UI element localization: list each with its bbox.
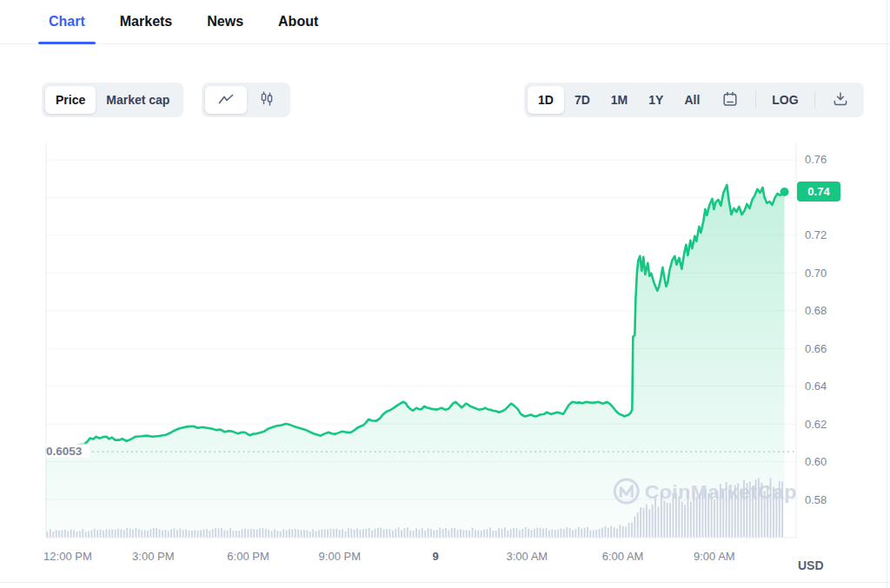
currency-label: USD bbox=[798, 558, 824, 572]
toolbar-divider bbox=[755, 91, 756, 109]
price-chart-plot[interactable]: CoinMarketCap bbox=[45, 142, 797, 538]
range-1y-button[interactable]: 1Y bbox=[638, 86, 674, 114]
y-axis-label: 0.76 bbox=[805, 153, 843, 167]
tab-markets[interactable]: Markets bbox=[110, 0, 183, 43]
y-axis-label: 0.72 bbox=[805, 228, 843, 242]
y-axis-label: 0.70 bbox=[805, 267, 843, 281]
line-chart-type-button[interactable] bbox=[205, 86, 247, 114]
range-toggle: 1D 7D 1M 1Y All LOG bbox=[524, 83, 864, 117]
x-axis-label: 6:00 PM bbox=[227, 550, 269, 563]
y-axis-label: 0.64 bbox=[805, 380, 843, 393]
candlestick-chart-type-button[interactable] bbox=[247, 86, 287, 114]
page-right-border bbox=[887, 0, 887, 588]
tab-chart[interactable]: Chart bbox=[38, 0, 96, 43]
range-all-button[interactable]: All bbox=[674, 86, 710, 114]
line-chart-icon bbox=[217, 93, 235, 108]
current-price-badge: 0.74 bbox=[797, 182, 840, 202]
last-price-dot bbox=[780, 188, 789, 196]
toolbar-divider bbox=[814, 91, 815, 109]
candlestick-icon bbox=[259, 91, 275, 109]
price-toggle-button[interactable]: Price bbox=[45, 86, 96, 114]
y-axis-label: 0.68 bbox=[805, 304, 843, 318]
metric-toggle: Price Market cap bbox=[42, 83, 183, 117]
open-price-label: 0.6053 bbox=[46, 445, 90, 458]
x-axis-label: 9 bbox=[432, 550, 438, 563]
download-icon bbox=[833, 91, 848, 109]
x-axis-label: 12:00 PM bbox=[43, 550, 92, 563]
date-range-button[interactable] bbox=[710, 86, 750, 114]
market-cap-toggle-button[interactable]: Market cap bbox=[96, 86, 180, 114]
range-1m-button[interactable]: 1M bbox=[601, 86, 638, 114]
y-axis-label: 0.66 bbox=[805, 342, 843, 356]
y-axis-label: 0.60 bbox=[805, 455, 843, 469]
x-axis-label: 9:00 AM bbox=[694, 550, 735, 563]
calendar-icon bbox=[722, 91, 738, 109]
y-axis-label: 0.58 bbox=[805, 493, 843, 507]
download-chart-button[interactable] bbox=[820, 86, 860, 114]
chart-type-toggle bbox=[202, 83, 290, 117]
x-axis-label: 3:00 AM bbox=[506, 550, 548, 563]
tab-about[interactable]: About bbox=[268, 0, 329, 43]
range-1d-button[interactable]: 1D bbox=[528, 86, 564, 114]
tab-bar: Chart Markets News About bbox=[0, 0, 890, 44]
log-scale-button[interactable]: LOG bbox=[761, 86, 808, 114]
range-7d-button[interactable]: 7D bbox=[564, 86, 601, 114]
x-axis-label: 9:00 PM bbox=[319, 550, 361, 563]
y-axis-label: 0.62 bbox=[805, 418, 843, 432]
page-bottom-border bbox=[0, 582, 890, 583]
x-axis-label: 3:00 PM bbox=[132, 550, 174, 563]
x-axis-label: 6:00 AM bbox=[602, 550, 644, 563]
tab-news[interactable]: News bbox=[196, 0, 254, 43]
